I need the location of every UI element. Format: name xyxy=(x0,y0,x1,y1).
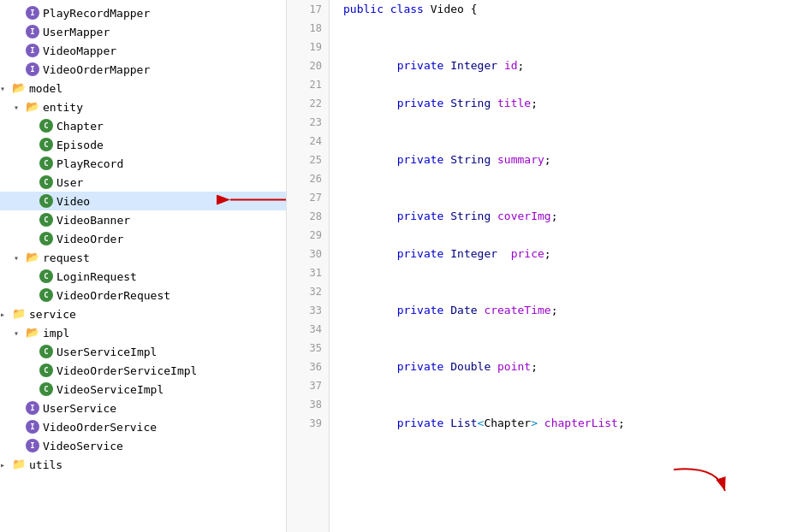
interface-i-icon: I xyxy=(26,62,39,76)
interface-i-icon: I xyxy=(26,25,39,38)
class-c-icon: C xyxy=(39,232,53,245)
code-line xyxy=(343,320,785,339)
tree-item-userserviceimpl[interactable]: CUserServiceImpl xyxy=(0,342,286,361)
name-field-token: title xyxy=(497,97,531,109)
punct-token: ; xyxy=(551,304,558,316)
kw-token: private xyxy=(397,304,444,316)
tree-item-model[interactable]: ▾📂model xyxy=(0,79,286,98)
tree-item-usermapper[interactable]: IUserMapper xyxy=(0,22,286,41)
name-field-token: id xyxy=(504,59,518,72)
kw-token: private xyxy=(397,153,444,166)
code-line: private List<Chapter> chapterList; xyxy=(343,414,785,433)
punct-token xyxy=(497,247,511,260)
punct-token: ; xyxy=(551,210,558,222)
tree-item-label: VideoService xyxy=(43,440,123,452)
tree-item-playrecordmapper[interactable]: IPlayRecordMapper xyxy=(0,3,286,22)
line-number: 20 xyxy=(294,56,322,75)
tree-item-playrecord[interactable]: CPlayRecord xyxy=(0,154,286,173)
indent-token xyxy=(343,247,397,260)
name-field-token: chapterList xyxy=(544,417,618,429)
indent-token xyxy=(343,153,397,166)
tree-item-loginrequest[interactable]: CLoginRequest xyxy=(0,267,286,286)
class-c-icon: C xyxy=(39,213,53,227)
tree-item-entity[interactable]: ▾📂entity xyxy=(0,98,286,116)
tree-item-label: entity xyxy=(43,101,83,114)
tree-item-label: PlayRecord xyxy=(56,157,123,170)
interface-i-icon: I xyxy=(26,439,39,452)
tree-item-videobanner[interactable]: CVideoBanner xyxy=(0,210,286,229)
tree-item-label: VideoOrderService xyxy=(43,421,157,434)
code-line xyxy=(343,226,785,245)
kw-token: private xyxy=(397,360,444,373)
line-number: 19 xyxy=(294,38,322,56)
tree-item-videoserviceimpl[interactable]: CVideoServiceImpl xyxy=(0,380,286,399)
tree-item-utils[interactable]: ▸📁utils xyxy=(0,455,286,474)
line-number: 28 xyxy=(294,207,322,226)
tree-item-videoorderserviceimpl[interactable]: CVideoOrderServiceImpl xyxy=(0,361,286,380)
punct-token xyxy=(491,97,497,109)
tree-item-videoorderrequest[interactable]: CVideoOrderRequest xyxy=(0,286,286,304)
tree-item-impl[interactable]: ▾📂impl xyxy=(0,323,286,342)
tree-item-label: User xyxy=(56,176,83,189)
tree-item-videomapper[interactable]: IVideoMapper xyxy=(0,41,286,60)
class-c-icon: C xyxy=(39,364,53,377)
punct-token xyxy=(497,59,504,72)
kw-token: class xyxy=(390,3,424,15)
line-number: 35 xyxy=(294,339,322,358)
tree-item-label: VideoBanner xyxy=(56,214,130,227)
tree-item-label: VideoOrder xyxy=(56,233,123,245)
tree-item-episode[interactable]: CEpisode xyxy=(0,135,286,154)
punct-token: ; xyxy=(531,360,538,373)
tree-item-label: service xyxy=(29,308,76,321)
type-token: Double xyxy=(450,360,491,373)
folder-icon: 📁 xyxy=(12,307,26,321)
code-line xyxy=(343,132,785,151)
code-line xyxy=(343,188,785,207)
type-token: String xyxy=(450,97,491,109)
tree-item-service[interactable]: ▸📁service xyxy=(0,304,286,323)
name-field-token: point xyxy=(497,360,531,373)
code-line xyxy=(343,376,785,395)
file-tree: IPlayRecordMapperIUserMapperIVideoMapper… xyxy=(0,0,287,532)
tree-item-videoorderservice[interactable]: IVideoOrderService xyxy=(0,417,286,436)
interface-i-icon: I xyxy=(26,401,39,415)
class-name-token: Video xyxy=(431,3,464,15)
class-c-icon: C xyxy=(39,175,53,189)
tree-item-label: Video xyxy=(56,195,90,208)
tree-item-videoorder[interactable]: CVideoOrder xyxy=(0,229,286,248)
code-line xyxy=(343,75,785,94)
type-token: String xyxy=(450,153,491,166)
line-number: 17 xyxy=(294,0,322,19)
tree-item-label: impl xyxy=(43,327,69,340)
folder-icon: 📁 xyxy=(12,458,26,471)
code-line xyxy=(343,169,785,188)
kw-token: private xyxy=(397,59,444,72)
punct-token xyxy=(491,153,497,166)
chevron-down-icon: ▾ xyxy=(14,253,26,263)
code-line: private Integer price; xyxy=(343,245,785,263)
class-c-icon: C xyxy=(39,382,53,396)
punct-token xyxy=(538,417,544,429)
interface-i-icon: I xyxy=(26,6,39,20)
name-field-token: createTime xyxy=(484,304,550,316)
generic-bracket-token: > xyxy=(531,417,538,429)
punct-token: ; xyxy=(544,247,551,260)
tree-item-videoservice[interactable]: IVideoService xyxy=(0,436,286,455)
folder-icon: 📂 xyxy=(12,81,26,95)
indent-token xyxy=(343,59,397,72)
indent-token xyxy=(343,97,397,109)
name-field-token: summary xyxy=(497,153,544,166)
tree-item-request[interactable]: ▾📂request xyxy=(0,248,286,267)
tree-item-video[interactable]: CVideo xyxy=(0,192,286,210)
line-number: 26 xyxy=(294,169,322,188)
line-number: 36 xyxy=(294,358,322,376)
code-line: public class Video { xyxy=(343,0,785,19)
tree-item-chapter[interactable]: CChapter xyxy=(0,116,286,135)
tree-item-videoordermapper[interactable]: IVideoOrderMapper xyxy=(0,60,286,79)
punct-token xyxy=(491,360,497,373)
line-number: 22 xyxy=(294,94,322,113)
punct-token: ; xyxy=(518,59,525,72)
tree-item-userservice[interactable]: IUserService xyxy=(0,399,286,417)
chevron-right-icon: ▸ xyxy=(0,310,12,319)
tree-item-label: UserService xyxy=(43,402,116,415)
